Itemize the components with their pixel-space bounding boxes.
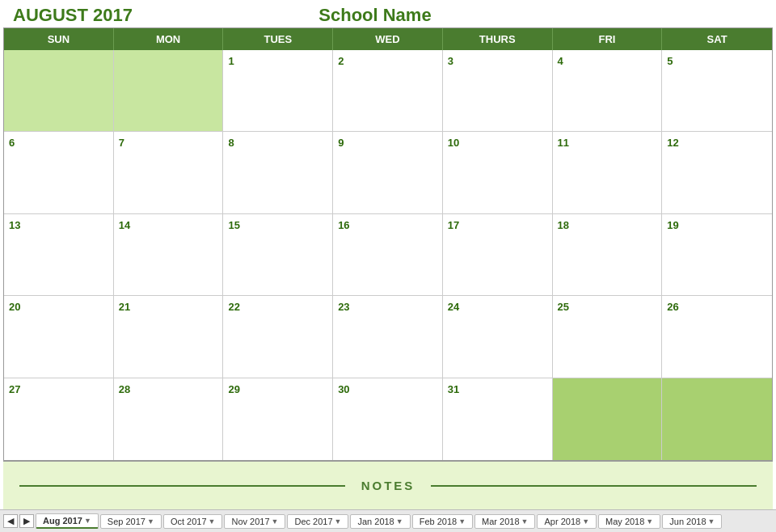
cell-w5-thu: 31 bbox=[443, 378, 553, 460]
tab-aug-2017[interactable]: Aug 2017 ▼ bbox=[36, 513, 99, 529]
bottom-tabs: ◀ ▶ Aug 2017 ▼ Sep 2017 ▼ Oct 2017 ▼ Nov… bbox=[0, 509, 776, 532]
tab-nav-right[interactable]: ▶ bbox=[19, 514, 34, 528]
cell-w2-sun: 6 bbox=[4, 132, 114, 213]
tab-jun-arrow: ▼ bbox=[708, 517, 715, 526]
tab-jun-2018[interactable]: Jun 2018 ▼ bbox=[662, 514, 722, 529]
cell-w1-fri: 4 bbox=[553, 50, 663, 132]
cell-w2-thu: 10 bbox=[443, 132, 553, 213]
calendar-grid: 1 2 3 4 5 6 7 8 9 10 11 12 13 14 15 16 1… bbox=[4, 50, 772, 460]
cell-w3-tue: 15 bbox=[223, 214, 333, 296]
tab-jan-arrow: ▼ bbox=[396, 517, 403, 526]
header-sun: SUN bbox=[4, 28, 114, 50]
cell-w3-fri: 18 bbox=[553, 214, 663, 296]
tab-sep-2017[interactable]: Sep 2017 ▼ bbox=[100, 514, 162, 529]
tab-oct-2017[interactable]: Oct 2017 ▼ bbox=[163, 514, 223, 529]
tab-dec-2017[interactable]: Dec 2017 ▼ bbox=[287, 514, 348, 529]
cell-w2-fri: 11 bbox=[553, 132, 663, 213]
cell-w4-mon: 21 bbox=[114, 296, 224, 378]
cell-w1-mon bbox=[114, 50, 224, 132]
cell-w5-tue: 29 bbox=[223, 378, 333, 460]
notes-section: NOTES bbox=[3, 461, 773, 509]
month-title: AUGUST 2017 bbox=[13, 5, 133, 26]
notes-line-right bbox=[431, 485, 757, 487]
cell-w5-sat bbox=[662, 378, 772, 460]
cell-w5-mon: 28 bbox=[114, 378, 224, 460]
tab-feb-arrow: ▼ bbox=[458, 517, 466, 526]
cell-w3-sun: 13 bbox=[4, 214, 114, 296]
tab-feb-2018[interactable]: Feb 2018 ▼ bbox=[412, 514, 473, 529]
cell-w2-tue: 8 bbox=[223, 132, 333, 213]
notes-line-left bbox=[19, 485, 345, 487]
cell-w2-mon: 7 bbox=[114, 132, 224, 213]
tab-mar-arrow: ▼ bbox=[521, 517, 529, 526]
cell-w1-thu: 3 bbox=[443, 50, 553, 132]
cell-w1-tue: 1 bbox=[223, 50, 333, 132]
tab-apr-arrow: ▼ bbox=[582, 517, 589, 526]
tab-nov-2017[interactable]: Nov 2017 ▼ bbox=[224, 514, 285, 529]
tab-dec-arrow: ▼ bbox=[335, 517, 342, 526]
header-sat: SAT bbox=[662, 28, 772, 50]
calendar: SUN MON TUES WED THURS FRI SAT 1 2 3 4 5… bbox=[3, 27, 773, 461]
tab-may-2018[interactable]: May 2018 ▼ bbox=[598, 514, 660, 529]
cell-w3-sat: 19 bbox=[662, 214, 772, 296]
tab-oct-arrow: ▼ bbox=[209, 517, 216, 526]
header-fri: FRI bbox=[553, 28, 663, 50]
tab-aug-arrow: ▼ bbox=[84, 517, 91, 525]
tab-sep-arrow: ▼ bbox=[147, 517, 154, 526]
cell-w1-sat: 5 bbox=[662, 50, 772, 132]
school-name: School Name bbox=[133, 5, 618, 26]
cell-w4-fri: 25 bbox=[553, 296, 663, 378]
tab-nov-arrow: ▼ bbox=[272, 517, 279, 526]
cell-w5-fri bbox=[553, 378, 663, 460]
cell-w3-thu: 17 bbox=[443, 214, 553, 296]
cell-w2-wed: 9 bbox=[333, 132, 443, 213]
tab-jan-2018[interactable]: Jan 2018 ▼ bbox=[350, 514, 410, 529]
day-headers-row: SUN MON TUES WED THURS FRI SAT bbox=[4, 28, 772, 50]
cell-w3-wed: 16 bbox=[333, 214, 443, 296]
cell-w5-sun: 27 bbox=[4, 378, 114, 460]
header-thurs: THURS bbox=[443, 28, 553, 50]
tab-may-arrow: ▼ bbox=[646, 517, 653, 526]
notes-label: NOTES bbox=[361, 479, 415, 492]
cell-w4-thu: 24 bbox=[443, 296, 553, 378]
main-container: AUGUST 2017 School Name SUN MON TUES WED… bbox=[0, 0, 776, 532]
cell-w3-mon: 14 bbox=[114, 214, 224, 296]
cell-w1-wed: 2 bbox=[333, 50, 443, 132]
header-mon: MON bbox=[114, 28, 224, 50]
header-wed: WED bbox=[333, 28, 443, 50]
cell-w5-wed: 30 bbox=[333, 378, 443, 460]
cell-w4-sun: 20 bbox=[4, 296, 114, 378]
cell-w2-sat: 12 bbox=[662, 132, 772, 213]
cell-w4-wed: 23 bbox=[333, 296, 443, 378]
cell-w4-sat: 26 bbox=[662, 296, 772, 378]
tab-apr-2018[interactable]: Apr 2018 ▼ bbox=[537, 514, 597, 529]
tab-mar-2018[interactable]: Mar 2018 ▼ bbox=[474, 514, 535, 529]
header-tues: TUES bbox=[223, 28, 333, 50]
tab-nav-left[interactable]: ◀ bbox=[3, 514, 18, 528]
cell-w1-sun bbox=[4, 50, 114, 132]
calendar-header: AUGUST 2017 School Name bbox=[0, 0, 776, 27]
cell-w4-tue: 22 bbox=[223, 296, 333, 378]
